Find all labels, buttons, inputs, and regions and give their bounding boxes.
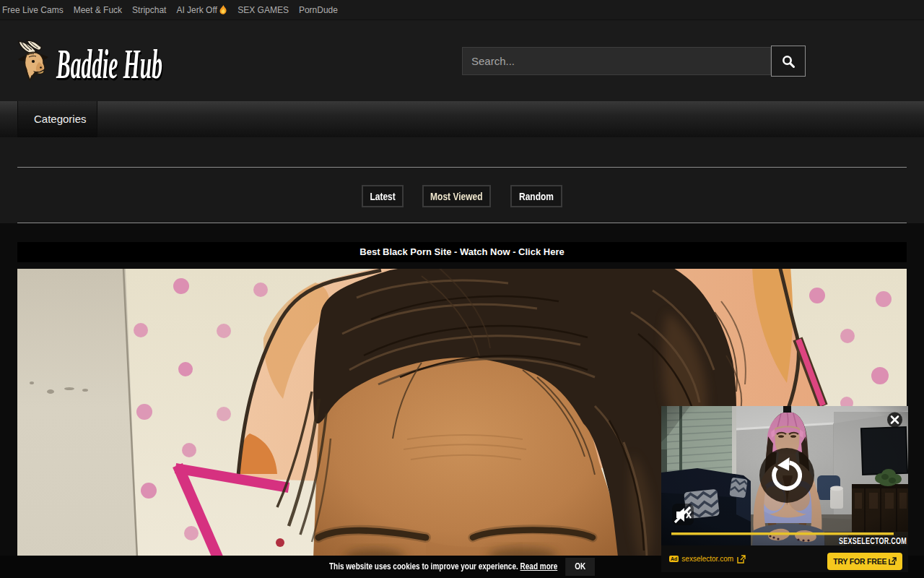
svg-text:SEXSELECTOR.COM: SEXSELECTOR.COM — [839, 536, 907, 546]
